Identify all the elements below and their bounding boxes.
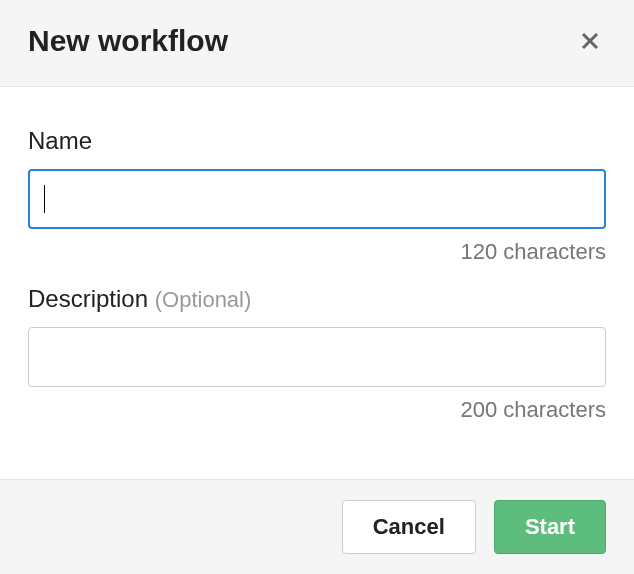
description-char-counter: 200 characters (28, 397, 606, 423)
modal-footer: Cancel Start (0, 480, 634, 574)
description-label: Description (Optional) (28, 285, 606, 313)
text-cursor (44, 185, 45, 213)
name-label: Name (28, 127, 606, 155)
name-input[interactable] (28, 169, 606, 229)
modal-title: New workflow (28, 24, 228, 58)
modal-header: New workflow (0, 0, 634, 86)
modal-body: Name 120 characters Description (Optiona… (0, 86, 634, 480)
name-char-counter: 120 characters (28, 239, 606, 265)
new-workflow-modal: New workflow Name 120 characters Descrip… (0, 0, 634, 574)
description-field-group: Description (Optional) 200 characters (28, 285, 606, 423)
cancel-button[interactable]: Cancel (342, 500, 476, 554)
description-optional-text: (Optional) (155, 287, 252, 312)
description-label-text: Description (28, 285, 148, 312)
close-icon (578, 29, 602, 53)
close-button[interactable] (574, 25, 606, 57)
name-field-group: Name 120 characters (28, 127, 606, 265)
start-button[interactable]: Start (494, 500, 606, 554)
description-input[interactable] (28, 327, 606, 387)
